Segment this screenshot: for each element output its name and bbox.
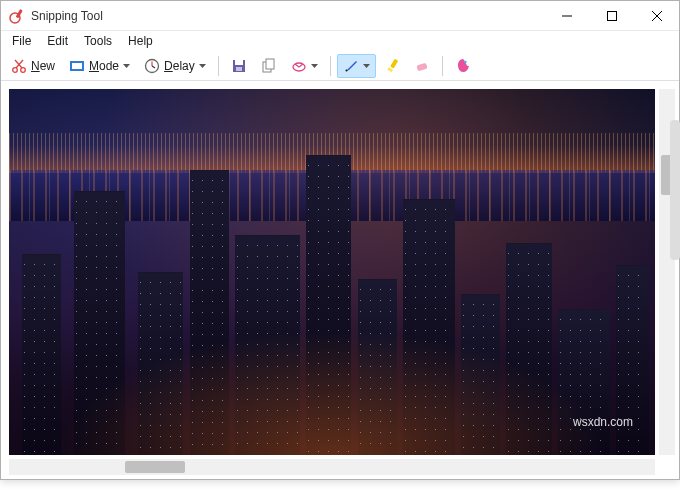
chevron-down-icon: [123, 64, 130, 68]
svg-rect-19: [266, 59, 274, 69]
delay-label: Delay: [164, 59, 195, 73]
eraser-icon: [414, 58, 430, 74]
mode-button[interactable]: Mode: [63, 54, 136, 78]
chevron-down-icon: [199, 64, 206, 68]
svg-point-7: [21, 67, 26, 72]
svg-point-6: [13, 67, 18, 72]
svg-point-25: [464, 60, 466, 62]
highlighter-button[interactable]: [378, 54, 406, 78]
svg-line-8: [16, 60, 23, 68]
svg-rect-22: [390, 58, 398, 68]
svg-rect-11: [72, 63, 82, 69]
paint3d-button[interactable]: [449, 54, 477, 78]
save-button[interactable]: [225, 54, 253, 78]
menu-edit[interactable]: Edit: [40, 32, 75, 50]
window-controls: [544, 1, 679, 30]
svg-line-9: [15, 60, 22, 68]
toolbar: New Mode Delay: [1, 51, 679, 81]
close-button[interactable]: [634, 1, 679, 30]
pen-button[interactable]: [337, 54, 376, 78]
copy-button[interactable]: [255, 54, 283, 78]
page-scrollbar[interactable]: [670, 120, 680, 260]
scrollbar-thumb[interactable]: [125, 461, 185, 473]
copy-icon: [261, 58, 277, 74]
svg-rect-17: [236, 67, 242, 71]
send-button[interactable]: [285, 54, 324, 78]
snip-canvas[interactable]: wsxdn.com: [9, 89, 655, 455]
chevron-down-icon: [363, 64, 370, 68]
highlighter-icon: [384, 58, 400, 74]
horizontal-scrollbar[interactable]: [9, 459, 655, 475]
maximize-button[interactable]: [589, 1, 634, 30]
delay-button[interactable]: Delay: [138, 54, 212, 78]
svg-rect-16: [235, 60, 243, 65]
separator: [330, 56, 331, 76]
svg-rect-3: [607, 11, 616, 20]
app-window: Snipping Tool File Edit Tools Help New M…: [0, 0, 680, 480]
pen-icon: [343, 58, 359, 74]
menu-tools[interactable]: Tools: [77, 32, 119, 50]
mode-icon: [69, 58, 85, 74]
chevron-down-icon: [311, 64, 318, 68]
new-button[interactable]: New: [5, 54, 61, 78]
menu-file[interactable]: File: [5, 32, 38, 50]
mode-label: Mode: [89, 59, 119, 73]
content-area: wsxdn.com: [1, 81, 679, 479]
separator: [218, 56, 219, 76]
title-bar: Snipping Tool: [1, 1, 679, 31]
clock-icon: [144, 58, 160, 74]
svg-line-14: [152, 66, 155, 68]
svg-point-21: [345, 69, 347, 71]
svg-rect-23: [387, 67, 393, 72]
svg-rect-24: [416, 62, 427, 70]
eraser-button[interactable]: [408, 54, 436, 78]
save-icon: [231, 58, 247, 74]
mail-icon: [291, 58, 307, 74]
watermark: wsxdn.com: [573, 415, 633, 429]
scissors-icon: [11, 58, 27, 74]
menu-help[interactable]: Help: [121, 32, 160, 50]
menu-bar: File Edit Tools Help: [1, 31, 679, 51]
separator: [442, 56, 443, 76]
app-icon: [9, 8, 25, 24]
minimize-button[interactable]: [544, 1, 589, 30]
window-title: Snipping Tool: [31, 9, 544, 23]
new-label: New: [31, 59, 55, 73]
paint3d-icon: [455, 58, 471, 74]
